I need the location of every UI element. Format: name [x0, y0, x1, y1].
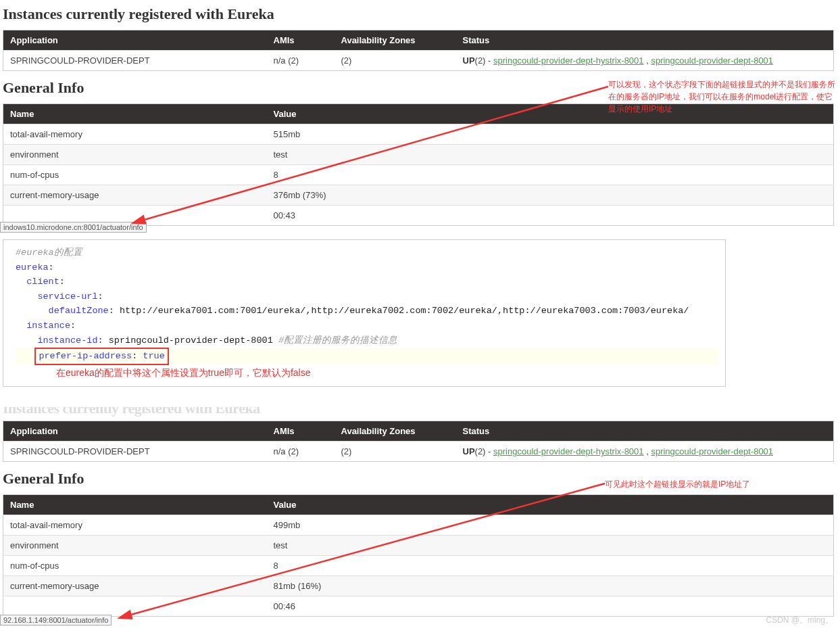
instances-heading: Instances currently registered with Eure… [3, 5, 840, 23]
th-zones: Availability Zones [335, 30, 456, 51]
th-name: Name [3, 495, 267, 515]
instances-heading-cut: Instances currently registered with Eure… [3, 407, 840, 417]
instance-row: SPRINGCOULD-PROVIDER-DEPT n/a (2) (2) UP… [3, 442, 834, 462]
hover-url-tooltip: indows10.microdone.cn:8001/actuator/info [0, 222, 147, 233]
general-row: total-avail-memory499mb [3, 515, 834, 536]
cell-status: UP(2) - springcould-provider-dept-hystri… [456, 442, 834, 462]
eureka-section-1: Instances currently registered with Eure… [0, 5, 840, 226]
general-info-table-2: Name Value total-avail-memory499mb envir… [3, 494, 834, 617]
general-row: num-of-cpus8 [3, 165, 834, 185]
code-comment: #eureka的配置 [16, 247, 82, 258]
th-amis: AMIs [267, 30, 335, 51]
status-count: (2) [475, 446, 486, 456]
cell-zones: (2) [335, 442, 456, 462]
instance-link-2[interactable]: springcould-provider-dept-8001 [651, 55, 773, 66]
cell-app: SPRINGCOULD-PROVIDER-DEPT [3, 442, 267, 462]
general-info-table: Name Value total-avail-memory515mb envir… [3, 103, 834, 226]
instance-link-1[interactable]: springcould-provider-dept-hystrix-8001 [493, 55, 644, 66]
instance-link-2[interactable]: springcould-provider-dept-8001 [651, 446, 773, 456]
general-row: environmenttest [3, 145, 834, 165]
cell-status: UP(2) - springcould-provider-dept-hystri… [456, 51, 834, 71]
cell-zones: (2) [335, 51, 456, 71]
instance-link-1[interactable]: springcould-provider-dept-hystrix-8001 [493, 446, 644, 456]
th-amis: AMIs [267, 421, 335, 442]
th-zones: Availability Zones [335, 421, 456, 442]
prefer-ip-highlight: prefer-ip-address: true [34, 348, 168, 365]
status-count: (2) [475, 55, 486, 66]
instances-table-2: Application AMIs Availability Zones Stat… [3, 421, 834, 462]
status-up-label: UP [463, 446, 475, 456]
general-row: total-avail-memory515mb [3, 124, 834, 145]
general-row: current-memory-usage81mb (16%) [3, 576, 834, 596]
code-annotation: 在eureka的配置中将这个属性设置为true即可，它默认为false [56, 365, 311, 380]
general-row: environmenttest [3, 536, 834, 556]
th-status: Status [456, 30, 834, 51]
th-name: Name [3, 104, 267, 124]
csdn-watermark: CSDN @。ming。 [766, 615, 833, 626]
th-application: Application [3, 421, 267, 442]
th-value: Value [267, 495, 834, 515]
th-status: Status [456, 421, 834, 442]
hover-url-tooltip-2: 92.168.1.149:8001/actuator/info [0, 615, 112, 626]
annotation-2: 可见此时这个超链接显示的就是IP地址了 [605, 478, 750, 490]
instance-row: SPRINGCOULD-PROVIDER-DEPT n/a (2) (2) UP… [3, 51, 834, 71]
annotation-1: 可以发现，这个状态字段下面的超链接显式的并不是我们服务所在的服务器的IP地址，我… [608, 78, 838, 115]
general-row: num-of-cpus8 [3, 556, 834, 576]
eureka-section-2: Instances currently registered with Eure… [0, 407, 840, 617]
cell-amis: n/a (2) [267, 51, 335, 71]
general-row: 00:46 [3, 596, 834, 617]
cell-amis: n/a (2) [267, 442, 335, 462]
instances-table: Application AMIs Availability Zones Stat… [3, 30, 834, 71]
general-row: current-memory-usage376mb (73%) [3, 185, 834, 206]
cell-app: SPRINGCOULD-PROVIDER-DEPT [3, 51, 267, 71]
status-up-label: UP [463, 55, 475, 66]
yaml-config-block: #eureka的配置 eureka: client: service-url: … [3, 239, 726, 387]
th-application: Application [3, 30, 267, 51]
